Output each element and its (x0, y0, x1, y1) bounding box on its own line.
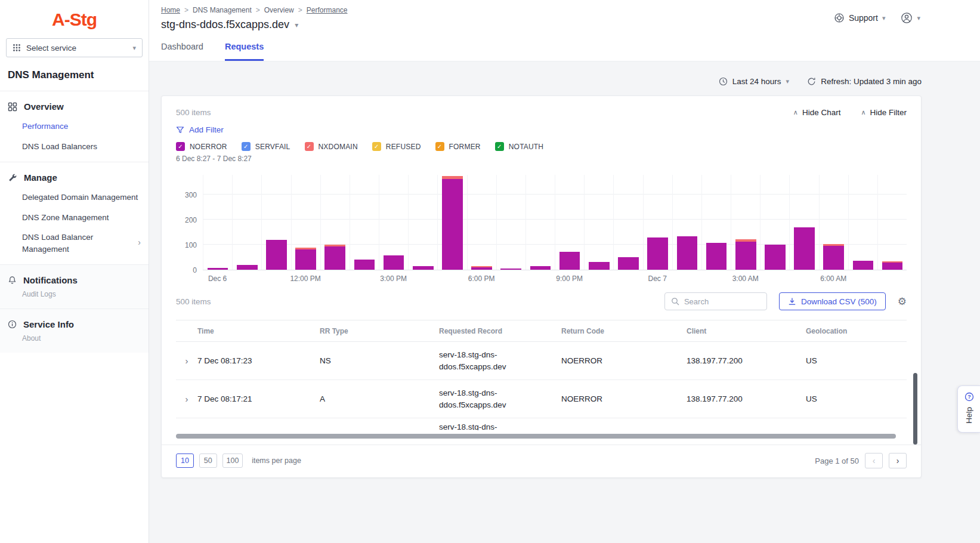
sidebar-item-dns-load-balancer-management[interactable]: DNS Load Balancer Management › (0, 227, 149, 259)
support-menu[interactable]: Support ▾ (834, 13, 886, 23)
chart-bar[interactable] (496, 175, 525, 270)
column-header-return-code[interactable]: Return Code (561, 327, 687, 335)
chart-bar[interactable] (320, 175, 350, 270)
vertical-scrollbar-thumb[interactable] (913, 373, 917, 445)
chart-bar[interactable] (525, 175, 555, 270)
chart-bar[interactable] (848, 175, 877, 270)
legend-item-refused[interactable]: ✓REFUSED (372, 142, 421, 151)
service-selector[interactable]: Select service ▾ (6, 38, 143, 57)
legend-item-servfail[interactable]: ✓SERVFAIL (242, 142, 290, 151)
chart-bar[interactable] (584, 175, 613, 270)
sidebar-item-overview[interactable]: Overview (0, 97, 149, 116)
time-range-select[interactable]: Last 24 hours ▾ (719, 77, 789, 86)
checkbox-refused[interactable]: ✓ (372, 142, 381, 151)
tab-dashboard[interactable]: Dashboard (161, 42, 203, 61)
column-header-client[interactable]: Client (687, 327, 806, 335)
chart-bar[interactable] (613, 175, 642, 270)
chart-bar[interactable] (467, 175, 496, 270)
horizontal-scrollbar[interactable] (176, 434, 907, 439)
chart-bar[interactable] (643, 175, 672, 270)
pagination: 10 50 100 items per page Page 1 of 50 ‹ … (162, 445, 921, 477)
page-size-50-button[interactable]: 50 (199, 453, 217, 468)
breadcrumb-home[interactable]: Home (161, 6, 180, 14)
help-tab[interactable]: ? Help (957, 385, 980, 433)
user-icon (901, 12, 913, 24)
chart-bar[interactable] (672, 175, 701, 270)
chart-bar[interactable] (877, 175, 907, 270)
app-logo: A-Stg (0, 0, 149, 37)
sidebar-item-dns-zone-management[interactable]: DNS Zone Management (0, 208, 149, 228)
checkbox-former[interactable]: ✓ (435, 142, 444, 151)
chart-bar[interactable] (789, 175, 818, 270)
download-csv-label: Download CSV (500) (801, 297, 877, 306)
prev-page-button[interactable]: ‹ (865, 453, 883, 468)
legend-item-notauth[interactable]: ✓NOTAUTH (495, 142, 544, 151)
page-size-10-button[interactable]: 10 (176, 453, 194, 468)
column-header-requested-record[interactable]: Requested Record (439, 327, 561, 335)
chart-bar[interactable] (819, 175, 848, 270)
column-header-geolocation[interactable]: Geolocation (806, 327, 907, 335)
chart-bar[interactable] (232, 175, 261, 270)
sidebar-item-audit-logs[interactable]: Audit Logs (0, 290, 149, 303)
download-csv-button[interactable]: Download CSV (500) (779, 292, 886, 310)
chart-bar[interactable] (437, 175, 466, 270)
x-tick-label (525, 274, 555, 284)
search-box[interactable] (664, 292, 767, 310)
column-header-time[interactable]: Time (197, 327, 320, 335)
sidebar-item-delegated-domain-management[interactable]: Delegated Domain Management (0, 187, 149, 208)
sidebar-item-service-info[interactable]: Service Info (0, 314, 149, 334)
info-icon (8, 320, 17, 329)
title-chevron-down-icon[interactable]: ▾ (295, 21, 298, 29)
wrench-icon (8, 173, 17, 183)
expand-row-icon[interactable]: › (186, 394, 188, 404)
sidebar: A-Stg Select service ▾ DNS Management Ov… (0, 0, 149, 543)
page-size-100-button[interactable]: 100 (222, 453, 243, 468)
expand-row-icon[interactable]: › (186, 356, 188, 366)
account-menu[interactable]: ▾ (901, 12, 920, 24)
horizontal-scrollbar-thumb[interactable] (176, 434, 896, 439)
gear-icon[interactable]: ⚙ (898, 295, 907, 308)
chart-bar[interactable] (760, 175, 789, 270)
chart-bar[interactable] (291, 175, 320, 270)
sidebar-item-performance[interactable]: Performance (0, 116, 149, 137)
tab-bar: Dashboard Requests (149, 35, 980, 61)
add-filter-button[interactable]: Add Filter (176, 125, 224, 134)
hide-filter-toggle[interactable]: ∧ Hide Filter (861, 108, 907, 117)
legend-item-noerror[interactable]: ✓NOERROR (176, 142, 227, 151)
items-count: 500 items (176, 108, 211, 117)
refresh-button[interactable]: Refresh: Updated 3 min ago (807, 77, 922, 86)
checkbox-servfail[interactable]: ✓ (242, 142, 251, 151)
main-area: Home > DNS Management > Overview > Perfo… (149, 0, 980, 543)
refresh-icon (807, 77, 816, 86)
add-filter-label: Add Filter (189, 125, 224, 134)
tab-requests[interactable]: Requests (225, 42, 264, 61)
legend-item-former[interactable]: ✓FORMER (435, 142, 481, 151)
chart-bar[interactable] (555, 175, 584, 270)
x-tick-label: 3:00 AM (731, 274, 760, 284)
column-header-rr-type[interactable]: RR Type (320, 327, 439, 335)
checkbox-notauth[interactable]: ✓ (495, 142, 504, 151)
chart-bar[interactable] (261, 175, 290, 270)
sidebar-item-manage[interactable]: Manage (0, 168, 149, 187)
checkbox-noerror[interactable]: ✓ (176, 142, 185, 151)
sidebar-item-dns-load-balancers[interactable]: DNS Load Balancers (0, 137, 149, 157)
x-tick-label (701, 274, 731, 284)
service-selector-label: Select service (26, 44, 76, 53)
sidebar-item-about[interactable]: About (0, 334, 149, 347)
chart-bar[interactable] (379, 175, 408, 270)
sidebar-item-notifications[interactable]: Notifications (0, 270, 149, 290)
chart-bar[interactable] (701, 175, 731, 270)
chart-bar[interactable] (408, 175, 437, 270)
chart-bar[interactable] (731, 175, 760, 270)
breadcrumb-performance[interactable]: Performance (307, 6, 348, 14)
legend-item-nxdomain[interactable]: ✓NXDOMAIN (305, 142, 358, 151)
next-page-button[interactable]: › (889, 453, 907, 468)
hide-chart-toggle[interactable]: ∧ Hide Chart (793, 108, 841, 117)
chart-bar[interactable] (203, 175, 232, 270)
breadcrumb-separator: > (256, 6, 260, 14)
nav-section-notifications: Notifications Audit Logs (0, 264, 149, 308)
search-input[interactable] (684, 297, 760, 306)
checkbox-nxdomain[interactable]: ✓ (305, 142, 314, 151)
legend-label: REFUSED (386, 143, 421, 151)
chart-bar[interactable] (350, 175, 379, 270)
